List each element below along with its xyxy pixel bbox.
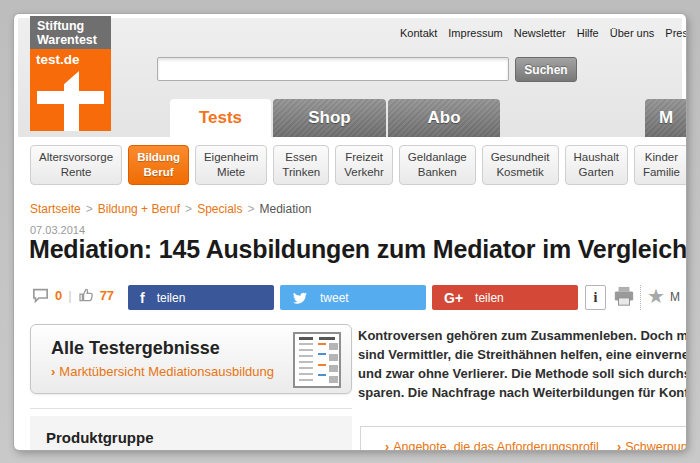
category-nav: Altersvorsorge Rente Bildung Beruf Eigen… [30,145,686,185]
meta-nav-newsletter[interactable]: Newsletter [514,27,566,39]
category-bildung-beruf[interactable]: Bildung Beruf [128,145,189,185]
stats-divider: | [68,288,71,303]
category-freizeit-verkehr[interactable]: Freizeit Verkehr [335,145,393,185]
link-arrow-icon: › [617,440,621,450]
googleplus-icon: G+ [444,290,463,306]
page-title-rest: 145 Ausbildungen zum Mediator im Verglei… [152,235,686,263]
page-title: Mediation: 145 Ausbildungen zum Mediator… [29,235,686,264]
section-divider [30,408,352,409]
testde-t-icon [37,91,104,104]
related-link-angebote[interactable]: ›Angebote, die das Anforderungsprofil [385,440,599,450]
product-group-heading: Produktgruppe [46,429,154,446]
testde-logo[interactable]: test.de [30,49,111,131]
link-arrow-icon: › [385,440,389,450]
search-input[interactable] [157,57,509,81]
category-geldanlage-banken[interactable]: Geldanlage Banken [399,145,476,185]
breadcrumb: Startseite>Bildung + Beruf>Specials>Medi… [30,202,312,216]
print-icon[interactable] [613,286,635,307]
link-arrow-icon: › [51,364,55,379]
googleplus-share-button[interactable]: G+ teilen [432,285,578,310]
tab-tests[interactable]: Tests [170,99,271,137]
intro-line: sind Vermittler, die Streithähnen helfen… [358,345,686,364]
facebook-icon: f [140,290,145,306]
bookmark-star-icon[interactable]: ★ [647,284,665,308]
results-table-thumbnail [293,332,341,388]
toolbar-divider [640,285,641,310]
tab-shop[interactable]: Shop [273,99,386,137]
all-test-results-box[interactable]: Alle Testergebnisse ›Marktübersicht Medi… [30,324,352,394]
intro-line: sparen. Die Nachfrage nach Weiterbildung… [358,383,686,402]
article-stats: 0 | 77 [32,287,114,303]
meta-nav-presse[interactable]: Presse [665,27,686,39]
meta-nav-ueber-uns[interactable]: Über uns [610,27,655,39]
facebook-share-button[interactable]: f teilen [128,285,274,310]
share-info-button[interactable]: i [585,285,606,310]
thumbs-up-icon[interactable] [78,287,94,303]
market-overview-link[interactable]: ›Marktübersicht Mediationsausbildung [51,364,274,379]
related-links-box: ›Angebote, die das Anforderungsprofil ›S… [360,426,686,450]
category-kinder-familie[interactable]: Kinder Familie [634,145,686,185]
comment-icon[interactable] [32,288,49,303]
meta-nav-impressum[interactable]: Impressum [448,27,502,39]
googleplus-share-label: teilen [475,291,504,305]
related-link-schwerpunkt-label: Schwerpunkt [625,440,686,450]
window-background: Stiftung Warentest test.de Kontakt Impre… [0,0,700,463]
bookmark-label-partial[interactable]: M [670,290,680,304]
related-link-schwerpunkt[interactable]: ›Schwerpunkt [617,440,686,450]
page-panel: Stiftung Warentest test.de Kontakt Impre… [14,14,686,450]
tab-abo[interactable]: Abo [388,99,500,137]
stiftung-warentest-logo[interactable]: Stiftung Warentest [30,16,111,49]
breadcrumb-startseite[interactable]: Startseite [30,202,81,216]
meta-nav-kontakt[interactable]: Kontakt [400,27,437,39]
breadcrumb-separator: > [86,202,93,216]
meta-nav: Kontakt Impressum Newsletter Hilfe Über … [400,27,686,39]
twitter-tweet-button[interactable]: tweet [280,285,426,310]
article-intro: Kontroversen gehören zum Zusammenleben. … [358,326,686,402]
page-title-keyword: Mediation: [29,235,152,263]
like-count[interactable]: 77 [100,288,114,303]
tab-mein-testde-partial[interactable]: M [645,99,686,137]
results-box-heading: Alle Testergebnisse [51,338,220,359]
facebook-share-label: teilen [157,291,186,305]
category-gesundheit-kosmetik[interactable]: Gesundheit Kosmetik [482,145,559,185]
breadcrumb-current: Mediation [260,202,312,216]
category-eigenheim-miete[interactable]: Eigenheim Miete [195,145,267,185]
category-haushalt-garten[interactable]: Haushalt Garten [565,145,628,185]
twitter-bird-icon [292,291,308,305]
breadcrumb-separator: > [185,202,192,216]
search-button[interactable]: Suchen [515,57,577,82]
intro-line: und zwar ohne Verlierer. Die Methode sol… [358,364,686,383]
related-link-angebote-label: Angebote, die das Anforderungsprofil [393,440,599,450]
social-share-row: 0 | 77 f teilen tweet G+ teilen [14,284,686,311]
breadcrumb-separator: > [247,202,254,216]
intro-line: Kontroversen gehören zum Zusammenleben. … [358,326,686,345]
twitter-tweet-label: tweet [320,291,349,305]
breadcrumb-bildung-beruf[interactable]: Bildung + Beruf [98,202,180,216]
comment-count[interactable]: 0 [55,288,62,303]
meta-nav-hilfe[interactable]: Hilfe [577,27,599,39]
category-altersvorsorge-rente[interactable]: Altersvorsorge Rente [30,145,122,185]
breadcrumb-specials[interactable]: Specials [197,202,242,216]
market-overview-link-label: Marktübersicht Mediationsausbildung [59,364,274,379]
category-essen-trinken[interactable]: Essen Trinken [273,145,329,185]
product-group-section: Produktgruppe [30,416,352,450]
testde-logo-label: test.de [36,52,80,67]
